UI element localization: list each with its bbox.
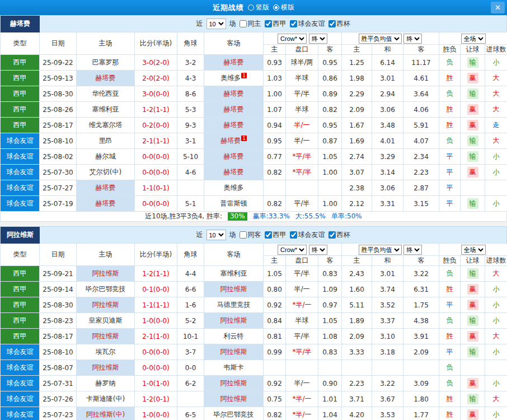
friendly-checkbox[interactable]: [290, 231, 297, 239]
team-name: 巴塞罗那: [92, 58, 119, 66]
team-name: 赫塔费: [96, 199, 116, 207]
radio-icon[interactable]: [273, 4, 279, 11]
avg-odds-select[interactable]: 胜平负均值: [359, 245, 402, 255]
col-date: 日期: [40, 32, 77, 55]
handicap-result-cell: 赢: [461, 165, 485, 180]
result-cell: 负: [439, 360, 461, 376]
handicap-badge: 输: [467, 198, 478, 209]
ah-line: 平/半: [286, 196, 318, 212]
ah-line: 半/一: [286, 376, 318, 391]
competition-badge: 球会友谊: [1, 344, 40, 360]
team-name: 阿拉维斯: [220, 285, 247, 293]
layout-radio-horizontal[interactable]: 横版: [273, 3, 294, 12]
handicap-result-cell: 输: [461, 133, 485, 149]
filter-league-laliga[interactable]: 西甲: [265, 230, 287, 240]
avg-away-odds: 1.80: [403, 391, 439, 407]
competition-badge: 西甲: [1, 71, 40, 86]
score: 2-1(1-0): [135, 329, 177, 344]
filter-same-venue[interactable]: 同主: [240, 19, 261, 29]
avg-draw-odds: 4.01: [372, 133, 403, 149]
team-name-banner: 阿拉维斯: [1, 227, 40, 244]
avg-home-odds: 3.33: [342, 344, 372, 360]
ah-line: 半/一: [286, 118, 318, 133]
close-icon[interactable]: ✕: [491, 2, 505, 13]
goals-result-cell: [485, 180, 507, 196]
result-cell: 平: [439, 196, 461, 212]
result-cell: 胜: [439, 282, 461, 297]
filter-same-venue[interactable]: 同客: [240, 230, 261, 240]
handicap-result-cell: 输: [461, 149, 485, 165]
score: 0-0(0-0): [135, 360, 177, 376]
avg-home-odds: 2.09: [342, 329, 372, 344]
handicap-badge: 输: [467, 57, 478, 68]
corner-score: 3-2: [177, 55, 204, 71]
avg-away-odds: 6.31: [403, 282, 439, 297]
laliga-checkbox[interactable]: [265, 231, 272, 239]
match-date: 25-08-30: [40, 297, 77, 313]
laliga-checkbox[interactable]: [265, 20, 272, 27]
team-section-getafe: 赫塔费 近 10 场 同主 西甲 球会友谊 西杯: [0, 15, 507, 222]
filter-league-friendly[interactable]: 球会友谊: [290, 230, 325, 240]
score: 1-0(0-0): [135, 313, 177, 329]
team-name: 皇家贝迪斯: [89, 316, 123, 324]
col-score: 比分(半场): [135, 244, 177, 266]
avg-away-odds: 2.87: [403, 180, 439, 196]
same-venue-checkbox[interactable]: [240, 231, 247, 239]
score: 0-2(0-0): [135, 118, 177, 133]
avg-away-odds: 3.15: [403, 196, 439, 212]
goals-result-cell: 走: [485, 118, 507, 133]
match-row: 西甲25-09-13赫塔费2-0(2-0)4-3奥维多11.03半球0.861.…: [1, 71, 507, 86]
ah-away-odds: 0.83: [318, 344, 342, 360]
filter-league-cup[interactable]: 西杯: [328, 19, 350, 29]
avg-home-odds: 2.74: [342, 149, 372, 165]
match-row: 西甲25-09-21阿拉维斯1-2(1-1)4-4塞维利亚1.05平/半0.83…: [1, 266, 507, 282]
same-venue-checkbox[interactable]: [240, 20, 247, 27]
goals-result-cell: 大: [485, 133, 507, 149]
recent-count-select[interactable]: 10: [206, 18, 226, 29]
score: 3-0(2-0): [135, 55, 177, 71]
bookmaker-select[interactable]: Crow*: [278, 34, 307, 44]
avg-odds-select[interactable]: 胜平负均值: [359, 34, 402, 44]
ah-line: 球半/两: [286, 55, 318, 71]
result-cell: 平: [439, 297, 461, 313]
team-name: 赫塔费: [224, 168, 244, 176]
team-name: 阿拉维斯: [92, 269, 119, 277]
corner-score: [177, 180, 204, 196]
competition-badge: 球会友谊: [1, 376, 40, 391]
ah-line: *平/半: [286, 165, 318, 180]
ah-period-select[interactable]: 终: [309, 34, 327, 44]
ah-line: 半/一: [286, 133, 318, 149]
recent-count-select[interactable]: 10: [206, 230, 226, 240]
avg-period-select[interactable]: 终: [403, 245, 422, 255]
score: 3-0(0-0): [135, 86, 177, 102]
bookmaker-select[interactable]: Crow*: [278, 245, 307, 255]
result-cell: 平: [439, 180, 461, 196]
result-cell: 负: [439, 133, 461, 149]
filter-league-friendly[interactable]: 球会友谊: [290, 19, 325, 29]
section-header: 阿拉维斯 近 10 场 同客 西甲 球会友谊 西杯: [0, 226, 507, 243]
away-team: 阿拉维斯: [204, 282, 264, 297]
away-team: 毕尔巴鄂竞技: [204, 407, 264, 420]
cup-checkbox[interactable]: [328, 231, 336, 239]
ah-home-odds: 1.05: [264, 266, 286, 282]
layout-radio-vertical[interactable]: 竖版: [248, 3, 269, 12]
match-date: 25-08-02: [40, 149, 77, 165]
avg-draw-odds: 3.10: [372, 329, 403, 344]
red-card-badge: 1: [241, 73, 247, 78]
team-name: 毕尔巴鄂竞技: [86, 285, 126, 293]
ah-away-odds: 0.87: [318, 133, 342, 149]
ah-period-select[interactable]: 终: [309, 245, 327, 255]
radio-label: 竖版: [256, 3, 269, 12]
filter-league-laliga[interactable]: 西甲: [265, 19, 287, 29]
friendly-checkbox[interactable]: [290, 20, 297, 27]
radio-icon[interactable]: [248, 4, 254, 11]
team-name: 里昂: [99, 137, 112, 144]
ah-home-odds: [264, 360, 286, 376]
scope-select[interactable]: 全场: [461, 34, 486, 44]
avg-period-select[interactable]: 终: [403, 34, 422, 44]
team-section-alaves: 阿拉维斯 近 10 场 同客 西甲 球会友谊 西杯: [0, 226, 507, 420]
filter-league-cup[interactable]: 西杯: [328, 230, 350, 240]
scope-select[interactable]: 全场: [461, 245, 486, 255]
cup-checkbox[interactable]: [328, 20, 336, 27]
away-team: 阿拉维斯: [204, 313, 264, 329]
